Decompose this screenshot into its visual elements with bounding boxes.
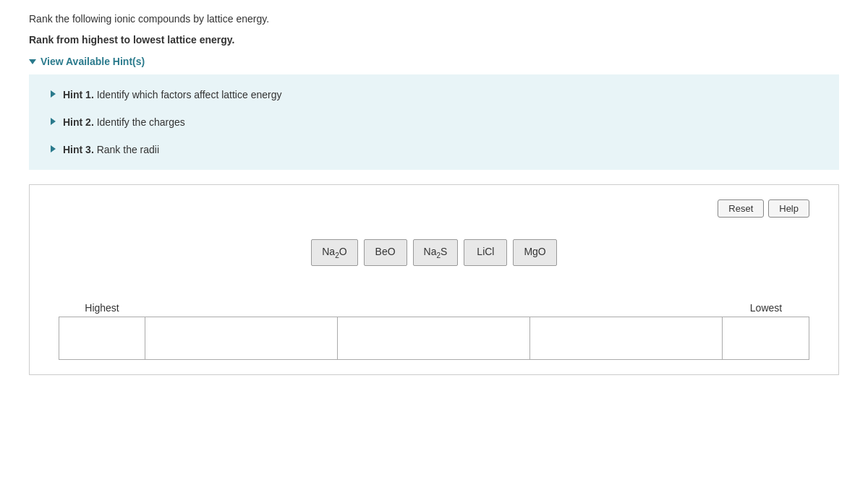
hint3-body: Rank the radii [97, 144, 159, 155]
ranking-slots-container: Highest Lowest [44, 302, 824, 360]
hint2-text: Hint 2. Identify the charges [63, 116, 185, 128]
hints-toggle-arrow [29, 59, 36, 64]
hints-toggle[interactable]: View Available Hint(s) [29, 56, 839, 67]
hint3-label: Hint 3. [63, 144, 94, 155]
hint-item-1[interactable]: Hint 1. Identify which factors affect la… [51, 89, 817, 100]
hint1-text: Hint 1. Identify which factors affect la… [63, 89, 281, 100]
hint3-arrow [51, 145, 56, 152]
lowest-cell: Lowest [723, 302, 809, 360]
slot-3[interactable] [338, 317, 530, 360]
highest-cell: Highest [59, 302, 145, 360]
compound-mgo[interactable]: MgO [513, 239, 556, 266]
hint1-body: Identify which factors affect lattice en… [97, 89, 282, 100]
question-line1: Rank the following ionic compounds by la… [29, 12, 839, 27]
reset-button[interactable]: Reset [718, 199, 764, 218]
hint3-text: Hint 3. Rank the radii [63, 144, 159, 155]
compound-beo[interactable]: BeO [364, 239, 407, 266]
hint2-arrow [51, 118, 56, 125]
lowest-label: Lowest [750, 302, 782, 314]
hints-section: Hint 1. Identify which factors affect la… [29, 74, 839, 170]
slot-lowest[interactable] [723, 317, 809, 360]
hint-item-3[interactable]: Hint 3. Rank the radii [51, 144, 817, 155]
question-line2: Rank from highest to lowest lattice ener… [29, 34, 839, 46]
slot-2[interactable] [145, 317, 338, 360]
highest-label: Highest [85, 302, 119, 314]
compounds-area: Na2O BeO Na2S LiCl MgO [44, 239, 824, 266]
page-container: Rank the following ionic compounds by la… [0, 0, 868, 170]
compound-na2s[interactable]: Na2S [413, 239, 459, 266]
compound-licl[interactable]: LiCl [464, 239, 507, 266]
hint2-label: Hint 2. [63, 116, 94, 128]
help-button[interactable]: Help [768, 199, 809, 218]
ranking-box: Reset Help Na2O BeO Na2S LiCl MgO Highes… [29, 184, 839, 375]
slot-highest[interactable] [59, 317, 145, 360]
compound-na2o[interactable]: Na2O [311, 239, 357, 266]
hint1-label: Hint 1. [63, 89, 94, 100]
hints-toggle-label: View Available Hint(s) [41, 56, 145, 67]
hint2-body: Identify the charges [97, 116, 185, 128]
slot-4[interactable] [530, 317, 723, 360]
hint-item-2[interactable]: Hint 2. Identify the charges [51, 116, 817, 128]
hint1-arrow [51, 90, 56, 98]
ranking-controls: Reset Help [44, 199, 824, 218]
